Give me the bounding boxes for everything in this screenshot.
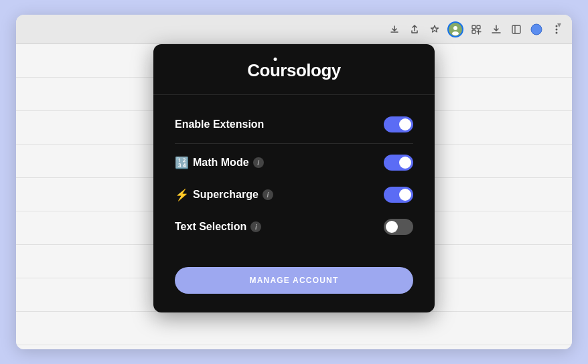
share-icon[interactable] xyxy=(407,22,422,37)
avatar-icon[interactable] xyxy=(447,21,463,37)
supercharge-label: ⚡ Supercharge i xyxy=(175,188,273,202)
math-mode-row: 🔢 Math Mode i xyxy=(175,147,413,179)
extensions-icon[interactable] xyxy=(469,22,484,37)
math-mode-text: Math Mode xyxy=(193,157,249,169)
svg-rect-6 xyxy=(512,25,520,33)
enable-extension-row: Enable Extension xyxy=(175,108,413,141)
supercharge-row: ⚡ Supercharge i xyxy=(175,179,413,211)
popup-body: Enable Extension 🔢 Math Mode xyxy=(153,95,435,256)
browser-content: Coursology Enable Extension xyxy=(16,44,572,349)
supercharge-toggle[interactable] xyxy=(384,187,413,203)
menu-icon[interactable] xyxy=(549,22,564,37)
browser-window: ▾ xyxy=(16,15,572,349)
vpn-icon[interactable] xyxy=(529,22,544,37)
svg-rect-4 xyxy=(477,25,480,29)
supercharge-icon: ⚡ xyxy=(175,188,189,202)
star-icon[interactable] xyxy=(427,22,442,37)
math-mode-label: 🔢 Math Mode i xyxy=(175,156,264,170)
browser-toolbar: ▾ xyxy=(16,15,572,44)
supercharge-text: Supercharge xyxy=(193,189,259,201)
extension-popup: Coursology Enable Extension xyxy=(153,44,435,312)
svg-rect-5 xyxy=(472,30,475,33)
svg-point-12 xyxy=(556,31,558,33)
math-mode-toggle[interactable] xyxy=(384,155,413,171)
text-selection-info-icon[interactable]: i xyxy=(250,221,261,232)
enable-extension-text: Enable Extension xyxy=(175,118,264,130)
text-selection-toggle[interactable] xyxy=(384,219,413,235)
save-icon[interactable] xyxy=(387,22,402,37)
math-mode-icon: 🔢 xyxy=(175,156,189,170)
manage-account-button[interactable]: MANAGE ACCOUNT xyxy=(175,267,413,294)
svg-rect-3 xyxy=(472,25,475,29)
sidebar-icon[interactable] xyxy=(509,22,524,37)
chevron-icon[interactable]: ▾ xyxy=(557,20,561,29)
svg-point-2 xyxy=(452,31,459,35)
supercharge-info-icon[interactable]: i xyxy=(263,189,273,200)
enable-extension-label: Enable Extension xyxy=(175,118,264,130)
text-selection-text: Text Selection xyxy=(175,221,246,233)
text-selection-label: Text Selection i xyxy=(175,221,261,233)
popup-header: Coursology xyxy=(153,44,435,95)
svg-point-1 xyxy=(453,26,457,30)
divider-1 xyxy=(175,143,413,144)
download-icon[interactable] xyxy=(489,22,504,37)
text-selection-row: Text Selection i xyxy=(175,211,413,243)
popup-logo: Coursology xyxy=(167,60,421,81)
enable-extension-toggle[interactable] xyxy=(384,116,413,132)
math-mode-info-icon[interactable]: i xyxy=(253,157,264,168)
